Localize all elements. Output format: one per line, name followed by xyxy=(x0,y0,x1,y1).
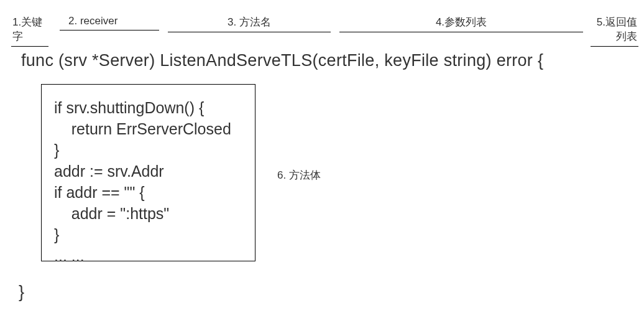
closing-brace: } xyxy=(19,283,24,302)
label-param-list: 4.参数列表 xyxy=(339,15,583,32)
label-method-body: 6. 方法体 xyxy=(277,168,321,182)
label-method-name: 3. 方法名 xyxy=(168,15,331,32)
label-receiver: 2. receiver xyxy=(60,15,159,30)
method-body-code: if srv.shuttingDown() { return ErrServer… xyxy=(54,97,247,266)
label-return-list: 5.返回值列表 xyxy=(591,15,638,47)
annotation-labels-row: 1.关键字 2. receiver 3. 方法名 4.参数列表 5.返回值列表 xyxy=(0,15,644,34)
method-body-box: if srv.shuttingDown() { return ErrServer… xyxy=(41,84,255,261)
label-keyword: 1.关键字 xyxy=(11,15,48,47)
function-declaration: func (srv *Server) ListenAndServeTLS(cer… xyxy=(21,51,543,70)
